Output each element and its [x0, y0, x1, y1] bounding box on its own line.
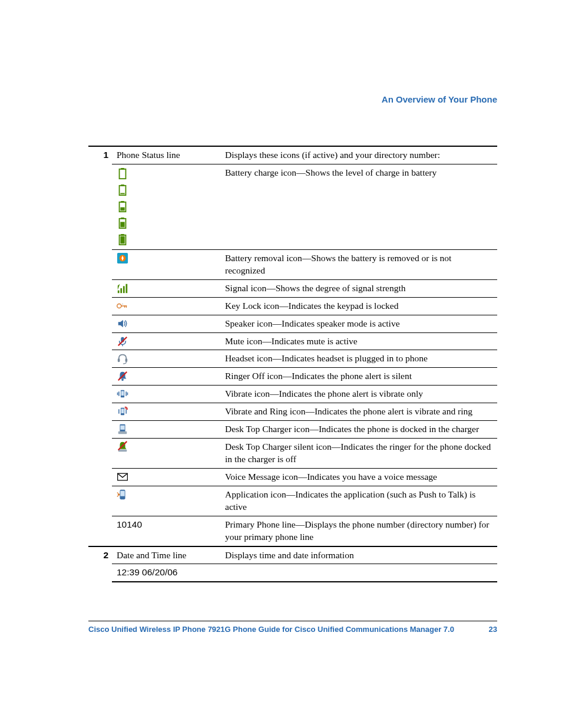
row-icon-cell: [112, 315, 220, 332]
footer-page-number: 23: [489, 625, 497, 634]
vibrate-icon: [117, 388, 217, 400]
row-description: Ringer Off icon—Indicates the phone aler…: [220, 368, 497, 386]
row-icon-cell: 12:39 06/20/06: [112, 564, 220, 582]
svg-rect-1: [120, 169, 126, 179]
svg-point-51: [118, 493, 120, 496]
row-icon-cell: [112, 439, 220, 469]
svg-rect-34: [121, 391, 124, 396]
row-icon-cell: 10140: [112, 516, 220, 546]
svg-rect-11: [120, 222, 124, 227]
svg-rect-14: [120, 236, 124, 244]
row-description: Battery removal icon—Shows the battery i…: [220, 249, 497, 279]
row-description: Headset icon—Indicates headset is plugge…: [220, 350, 497, 368]
row-number: 2: [88, 546, 112, 582]
row-description: Displays these icons (if active) and you…: [220, 146, 497, 164]
svg-rect-23: [124, 305, 125, 308]
battery-stack-icon: [117, 167, 217, 247]
row-icon-cell: [112, 249, 220, 279]
svg-rect-29: [118, 358, 120, 362]
row-icon-cell: [112, 368, 220, 386]
section-header: An Overview of Your Phone: [88, 94, 497, 104]
row-description: Vibrate and Ring icon—Indicates the phon…: [220, 403, 497, 421]
page-footer: Cisco Unified Wireless IP Phone 7921G Ph…: [88, 621, 497, 634]
headset-icon: [117, 353, 217, 364]
row-icon-cell: [112, 332, 220, 350]
row-number: 1: [88, 146, 112, 546]
footer-title: Cisco Unified Wireless IP Phone 7921G Ph…: [88, 625, 454, 634]
row-description: Vibrate icon—Indicates the phone alert i…: [220, 386, 497, 403]
row-description: Desk Top Charger silent icon—Indicates t…: [220, 439, 497, 469]
row-icon-cell: ≡: [112, 297, 220, 315]
key-lock-icon: ≡: [117, 300, 217, 312]
row-icon-cell: [112, 164, 220, 249]
mute-icon: [117, 335, 217, 347]
row-description: Displays time and date information: [220, 546, 497, 564]
row-icon-cell: [112, 279, 220, 297]
row-description: Mute icon—Indicates mute is active: [220, 332, 497, 350]
svg-point-31: [121, 379, 124, 381]
svg-point-21: [117, 304, 121, 308]
svg-rect-24: [126, 305, 127, 308]
svg-rect-45: [118, 431, 127, 434]
ringer-off-icon: [117, 370, 217, 382]
row-icon-cell: Date and Time line: [112, 546, 220, 564]
svg-rect-5: [120, 193, 124, 194]
row-icon-cell: [112, 421, 220, 439]
svg-rect-20: [125, 284, 127, 292]
row-icon-cell: [112, 468, 220, 486]
row-icon-cell: Phone Status line: [112, 146, 220, 164]
svg-rect-30: [125, 358, 128, 362]
row-description: Speaker icon—Indicates speaker mode is a…: [220, 315, 497, 332]
row-description: Desk Top Charger icon—Indicates the phon…: [220, 421, 497, 439]
row-icon-cell: [112, 403, 220, 421]
row-description: Primary Phone line—Displays the phone nu…: [220, 516, 497, 546]
row-description: [220, 564, 497, 582]
battery-removal-icon: [117, 252, 217, 264]
svg-text:≡: ≡: [122, 303, 123, 305]
svg-rect-22: [121, 305, 127, 306]
signal-icon: [117, 282, 217, 294]
svg-rect-40: [121, 409, 124, 414]
charger-silent-icon: [117, 441, 217, 453]
phone-status-table: 1Phone Status lineDisplays these icons (…: [88, 146, 497, 582]
svg-rect-46: [118, 450, 127, 452]
application-icon: [117, 489, 217, 500]
row-description: Battery charge icon—Shows the level of c…: [220, 164, 497, 249]
row-icon-cell: [112, 350, 220, 368]
svg-rect-17: [118, 290, 120, 293]
svg-rect-19: [123, 286, 125, 293]
svg-rect-50: [120, 490, 124, 496]
row-description: Signal icon—Shows the degree of signal s…: [220, 279, 497, 297]
vibrate-ring-icon: [117, 406, 217, 417]
svg-rect-18: [120, 288, 122, 293]
svg-rect-44: [120, 426, 124, 430]
row-description: Key Lock icon—Indicates the keypad is lo…: [220, 297, 497, 315]
charger-icon: [117, 423, 217, 435]
speaker-icon: [117, 318, 217, 330]
voicemail-icon: [117, 471, 217, 483]
svg-rect-8: [120, 207, 124, 211]
row-icon-cell: [112, 386, 220, 403]
row-icon-cell: [112, 486, 220, 516]
row-description: Voice Message icon—Indicates you have a …: [220, 468, 497, 486]
row-description: Application icon—Indicates the applicati…: [220, 486, 497, 516]
